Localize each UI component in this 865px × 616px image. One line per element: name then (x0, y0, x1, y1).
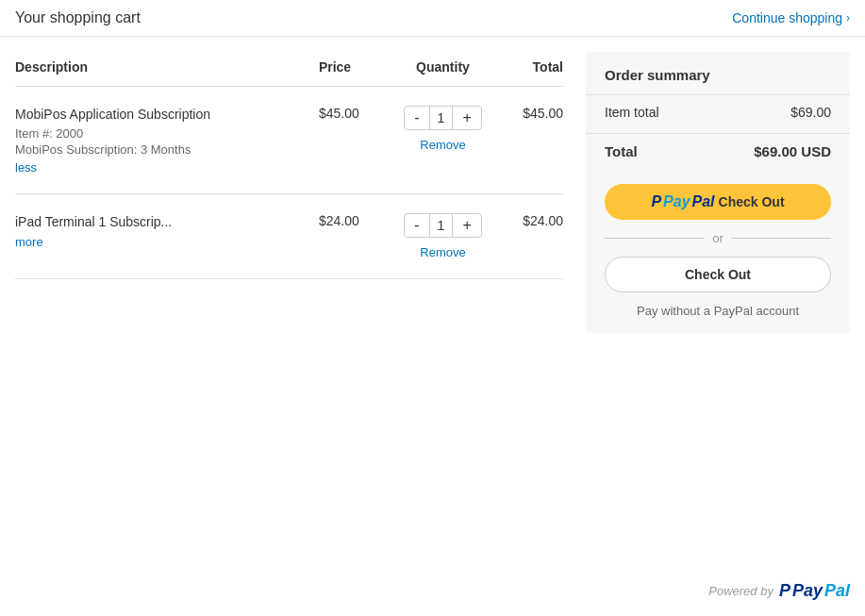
footer-paypal-p: P (779, 581, 790, 601)
item-total-2: $24.00 (502, 193, 563, 278)
qty-decrease-2[interactable]: - (405, 214, 428, 237)
col-quantity-header: Quantity (384, 52, 502, 87)
qty-decrease-1[interactable]: - (405, 107, 428, 129)
total-label: Total (605, 143, 638, 159)
col-total-header: Total (502, 52, 563, 87)
cart-table: Description Price Quantity Total MobiPos… (15, 52, 563, 279)
paypal-logo: PPayPal (651, 193, 714, 210)
item-total-value: $69.00 (790, 105, 831, 120)
order-summary: Order summary Item total $69.00 Total $6… (586, 52, 850, 333)
checkout-button[interactable]: Check Out (605, 257, 831, 292)
page-footer: Powered by PPayPal (708, 581, 850, 601)
item-qty-cell-2: - 1 + Remove (384, 193, 502, 278)
paypal-icon-ay: Pay (663, 193, 690, 210)
item-description-2: iPad Terminal 1 Subscrip... more (15, 193, 311, 278)
item-total-label: Item total (605, 105, 659, 120)
item-name-2: iPad Terminal 1 Subscrip... (15, 213, 311, 232)
item-description-1: MobiPos Application Subscription Item #:… (15, 87, 311, 194)
item-price-2: $24.00 (311, 193, 384, 278)
powered-by-label: Powered by (708, 584, 774, 598)
footer-paypal-logo: PPayPal (779, 581, 850, 601)
item-meta1-1: Item #: 2000 (15, 126, 311, 141)
page-title: Your shopping cart (15, 9, 141, 26)
or-divider: or (586, 227, 850, 249)
footer-paypal-pay: Pay (792, 581, 823, 601)
item-name-1: MobiPos Application Subscription (15, 106, 311, 125)
or-line-right (731, 238, 831, 239)
item-toggle-1[interactable]: less (15, 160, 37, 175)
table-row: iPad Terminal 1 Subscrip... more $24.00 … (15, 193, 563, 278)
main-content: Description Price Quantity Total MobiPos… (0, 52, 865, 333)
qty-increase-2[interactable]: + (453, 214, 480, 237)
paypal-icon-pal: Pal (692, 193, 715, 210)
item-total-row: Item total $69.00 (586, 95, 850, 129)
footer-paypal-pal: Pal (824, 581, 850, 601)
page-header: Your shopping cart Continue shopping › (0, 0, 865, 37)
qty-stepper-2: - 1 + (404, 213, 481, 238)
table-header-row: Description Price Quantity Total (15, 52, 563, 87)
qty-value-2: 1 (429, 214, 454, 237)
item-meta2-1: MobiPos Subscription: 3 Months (15, 142, 311, 157)
continue-shopping-label: Continue shopping (732, 10, 842, 25)
qty-value-1: 1 (429, 107, 454, 129)
remove-link-2[interactable]: Remove (384, 245, 502, 259)
qty-increase-1[interactable]: + (453, 107, 480, 129)
paypal-icon-p: P (651, 193, 661, 210)
total-row: Total $69.00 USD (586, 133, 850, 169)
item-total-1: $45.00 (502, 87, 563, 194)
col-description-header: Description (15, 52, 311, 87)
table-row: MobiPos Application Subscription Item #:… (15, 87, 563, 194)
or-line-left (605, 238, 705, 239)
item-toggle-2[interactable]: more (15, 235, 43, 249)
item-price-1: $45.00 (311, 87, 384, 194)
remove-link-1[interactable]: Remove (384, 138, 502, 152)
continue-shopping-link[interactable]: Continue shopping › (732, 10, 850, 25)
chevron-right-icon: › (846, 11, 850, 25)
qty-stepper-1: - 1 + (404, 106, 481, 130)
item-qty-cell-1: - 1 + Remove (384, 87, 502, 194)
order-summary-title: Order summary (586, 52, 850, 95)
paypal-checkout-button[interactable]: PPayPal Check Out (605, 184, 831, 220)
or-label: or (712, 231, 724, 245)
pay-without-paypal: Pay without a PayPal account (586, 300, 850, 333)
cart-section: Description Price Quantity Total MobiPos… (15, 52, 586, 333)
col-price-header: Price (311, 52, 384, 87)
paypal-checkout-label: Check Out (719, 194, 785, 209)
total-value: $69.00 USD (754, 143, 831, 159)
